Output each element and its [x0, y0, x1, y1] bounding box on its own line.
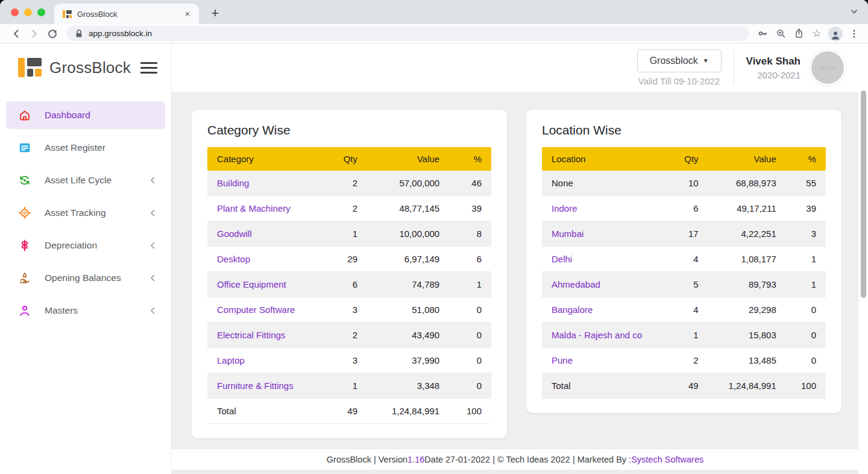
- row-link[interactable]: Plant & Machinery: [207, 196, 326, 221]
- marketer-link[interactable]: Systech Softwares: [631, 455, 703, 464]
- close-window-button[interactable]: [11, 8, 19, 16]
- cell-qty: 17: [669, 221, 708, 247]
- cell-value: 1,24,84,991: [367, 399, 449, 424]
- col-header-pct: %: [449, 147, 491, 171]
- address-bar[interactable]: app.grossblock.in: [66, 26, 749, 41]
- home-icon: [18, 109, 31, 122]
- cell-qty: 6: [669, 196, 708, 221]
- cell-qty: 3: [326, 297, 367, 323]
- cell-pct: 0: [449, 348, 491, 373]
- cell-pct: 0: [449, 373, 491, 399]
- row-link[interactable]: Office Equipment: [207, 272, 326, 297]
- location-table: Location Qty Value % None1068,88,97355In…: [542, 147, 826, 399]
- browser-tab[interactable]: GrossBlock ×: [54, 4, 199, 24]
- col-header-category: Category: [207, 147, 326, 171]
- app-header: Grossblock ▼ Valid Till 09-10-2022 Vivek…: [172, 43, 868, 92]
- caret-down-icon: ▼: [703, 57, 709, 64]
- row-link[interactable]: Laptop: [207, 348, 326, 373]
- zoom-in-icon[interactable]: [773, 26, 788, 42]
- sidebar-item-opening-balances[interactable]: Opening Balances: [6, 264, 165, 292]
- rupee-signpost-icon: [18, 239, 31, 252]
- page-scrollbar[interactable]: [861, 90, 866, 298]
- user-block: Vivek Shah 2020-2021: [746, 55, 800, 80]
- row-link[interactable]: Mumbai: [542, 221, 669, 247]
- new-tab-button[interactable]: +: [207, 5, 223, 21]
- row-link[interactable]: Delhi: [542, 247, 669, 272]
- cell-value: 13,485: [708, 348, 786, 373]
- sidebar-item-masters[interactable]: Masters: [6, 297, 165, 324]
- card-title: Location Wise: [542, 123, 826, 137]
- row-link[interactable]: Desktop: [207, 247, 326, 272]
- maximize-window-button[interactable]: [37, 8, 45, 16]
- cell-pct: 0: [786, 297, 826, 323]
- cell-value: 49,17,211: [708, 196, 786, 221]
- cell-value: 4,22,251: [708, 221, 786, 247]
- row-link[interactable]: Ahmedabad: [542, 272, 669, 297]
- row-link[interactable]: Electrical Fittings: [207, 323, 326, 348]
- cell-qty: 3: [326, 348, 367, 373]
- row-link[interactable]: Bangalore: [542, 297, 669, 323]
- sidebar-item-asset-tracking[interactable]: Asset Tracking: [6, 199, 165, 227]
- person-icon: [18, 304, 31, 317]
- cell-label: None: [542, 171, 669, 196]
- col-header-location: Location: [542, 147, 669, 171]
- table-row: Ahmedabad589,7931: [542, 272, 826, 297]
- table-row: Office Equipment674,7891: [207, 272, 491, 297]
- table-row: Indore649,17,21139: [542, 196, 826, 221]
- row-link[interactable]: Building: [207, 171, 326, 196]
- browser-window: GrossBlock × + app.grossblock.in: [0, 0, 868, 474]
- cell-value: 48,77,145: [367, 196, 449, 221]
- sync-icon: [18, 174, 31, 187]
- avatar-placeholder-text: 90 x 90: [821, 66, 835, 70]
- cell-value: 3,348: [367, 373, 449, 399]
- table-row: Computer Software351,0800: [207, 297, 491, 323]
- sidebar-item-dashboard[interactable]: Dashboard: [6, 101, 165, 129]
- cell-pct: 1: [449, 272, 491, 297]
- col-header-pct: %: [786, 147, 826, 171]
- sidebar-item-asset-register[interactable]: Asset Register: [6, 134, 165, 162]
- cell-label: Total: [542, 373, 669, 399]
- row-link[interactable]: Indore: [542, 196, 669, 221]
- share-icon[interactable]: [791, 26, 807, 42]
- row-link[interactable]: Malda - Rajesh and co: [542, 323, 669, 348]
- sidebar-item-label: Masters: [45, 305, 136, 316]
- cell-pct: 0: [786, 323, 826, 348]
- cell-qty: 2: [326, 323, 367, 348]
- minimize-window-button[interactable]: [24, 8, 32, 16]
- footer-text: GrossBlock | Version: [327, 455, 407, 464]
- bookmark-star-icon[interactable]: ☆: [809, 26, 825, 42]
- browser-menu-kebab-icon[interactable]: [846, 26, 862, 42]
- company-dropdown-button[interactable]: Grossblock ▼: [637, 49, 722, 72]
- cell-pct: 0: [786, 348, 826, 373]
- user-avatar[interactable]: 90 x 90: [811, 51, 844, 84]
- chevron-left-icon: [149, 274, 156, 282]
- cell-value: 1,24,84,991: [708, 373, 786, 399]
- document-icon: [18, 141, 31, 154]
- password-key-icon[interactable]: [755, 26, 770, 42]
- col-header-qty: Qty: [669, 147, 708, 171]
- cell-pct: 1: [786, 247, 826, 272]
- row-link[interactable]: Computer Software: [207, 297, 326, 323]
- table-row: Plant & Machinery248,77,14539: [207, 196, 491, 221]
- total-row: Total491,24,84,991100: [207, 399, 491, 424]
- row-link[interactable]: Pune: [542, 348, 669, 373]
- back-button[interactable]: [8, 26, 24, 42]
- tab-close-icon[interactable]: ×: [182, 8, 193, 19]
- browser-profile-avatar[interactable]: [828, 27, 843, 41]
- row-link[interactable]: Goodwill: [207, 221, 326, 247]
- row-link[interactable]: Furniture & Fittings: [207, 373, 326, 399]
- forward-button[interactable]: [27, 26, 42, 42]
- cell-pct: 3: [786, 221, 826, 247]
- cell-qty: 2: [669, 348, 708, 373]
- table-row: Furniture & Fittings13,3480: [207, 373, 491, 399]
- company-selector-box: Grossblock ▼ Valid Till 09-10-2022: [637, 49, 722, 86]
- version-link[interactable]: 1.16: [407, 455, 424, 464]
- table-header-row: Category Qty Value %: [207, 147, 491, 171]
- sidebar-item-depreciation[interactable]: Depreciation: [6, 232, 165, 259]
- reload-button[interactable]: [45, 26, 60, 42]
- cell-pct: 6: [449, 247, 491, 272]
- hamburger-menu-icon[interactable]: [140, 62, 157, 74]
- sidebar-item-asset-life-cycle[interactable]: Asset Life Cycle: [6, 166, 165, 194]
- cell-qty: 5: [669, 272, 708, 297]
- tab-search-chevron-icon[interactable]: [850, 7, 858, 16]
